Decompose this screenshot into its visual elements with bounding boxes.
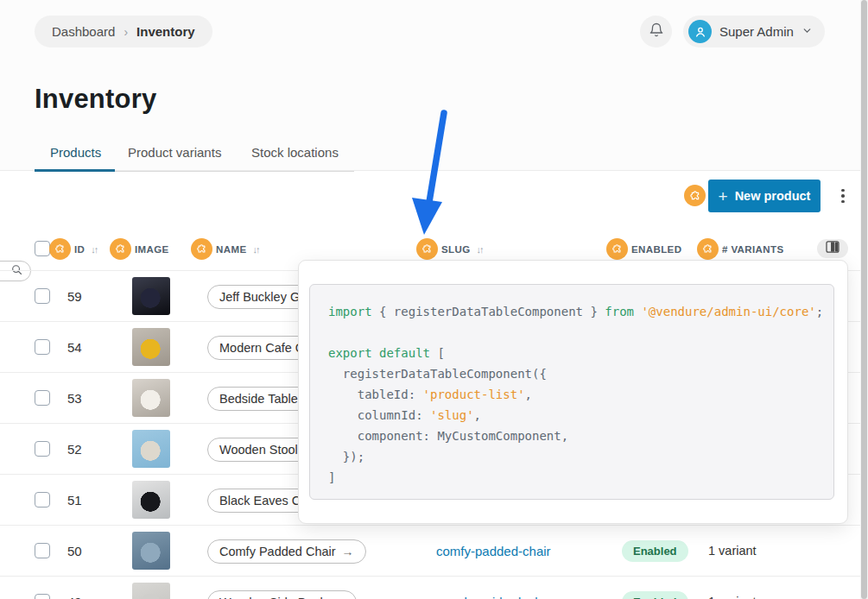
breadcrumb-dashboard[interactable]: Dashboard (52, 24, 115, 39)
column-label: SLUG (441, 244, 471, 255)
row-id: 53 (67, 391, 82, 406)
bell-icon (649, 22, 664, 41)
product-image (132, 379, 170, 417)
product-image (132, 430, 170, 468)
product-image (132, 583, 170, 599)
user-name: Super Admin (719, 24, 794, 39)
table-row[interactable]: 49 Wooden Side Desk→ wooden-side-desk En… (0, 576, 861, 599)
row-checkbox[interactable] (35, 492, 50, 508)
row-id: 50 (67, 544, 82, 558)
status-badge: Enabled (622, 591, 688, 599)
row-checkbox[interactable] (35, 543, 50, 558)
row-id: 52 (67, 442, 82, 457)
notifications-button[interactable] (640, 16, 672, 47)
column-header-image[interactable]: IMAGE (110, 238, 169, 260)
page-title: Inventory (35, 84, 156, 115)
column-header-id[interactable]: ID ↓↑ (49, 238, 97, 260)
breadcrumb-separator-icon: › (124, 25, 128, 39)
row-id: 59 (67, 289, 82, 304)
tab-stock-locations[interactable]: Stock locations (251, 145, 339, 160)
column-label: IMAGE (135, 244, 169, 255)
tab-product-variants[interactable]: Product variants (128, 145, 221, 160)
columns-icon (826, 241, 839, 256)
row-id: 49 (67, 595, 82, 599)
product-image (132, 481, 170, 519)
breadcrumb-inventory[interactable]: Inventory (136, 24, 195, 39)
product-name-chip[interactable]: Wooden Side Desk→ (207, 590, 357, 599)
chevron-down-icon (801, 24, 813, 40)
product-slug-link[interactable]: comfy-padded-chair (436, 544, 551, 558)
breadcrumb: Dashboard › Inventory (35, 16, 212, 47)
sort-icon[interactable]: ↓↑ (252, 244, 258, 255)
row-checkbox[interactable] (35, 390, 50, 406)
product-image (132, 532, 170, 570)
sort-icon[interactable]: ↓↑ (91, 244, 97, 255)
column-header-variants[interactable]: # VARIANTS (697, 238, 784, 260)
product-image (132, 277, 170, 315)
column-header-name[interactable]: NAME ↓↑ (191, 238, 258, 260)
arrow-right-icon: → (342, 545, 354, 558)
select-all-checkbox[interactable] (35, 241, 50, 256)
ui-extension-badge-icon[interactable] (684, 185, 706, 206)
product-image (132, 328, 170, 366)
sort-icon[interactable]: ↓↑ (477, 244, 483, 255)
row-id: 54 (67, 340, 82, 355)
scrollbar-thumb[interactable] (861, 0, 867, 599)
product-slug-link[interactable]: wooden-side-desk (436, 595, 542, 599)
vendure-admin-app: Dashboard › Inventory Super Admin Invent… (0, 0, 868, 599)
product-name-chip[interactable]: Comfy Padded Chair→ (207, 539, 366, 564)
ui-extension-badge-icon[interactable] (416, 238, 438, 260)
new-product-button[interactable]: + New product (708, 180, 820, 212)
code-snippet-popup: import { registerDataTableComponent } fr… (298, 260, 848, 524)
user-menu[interactable]: Super Admin (683, 16, 825, 47)
row-id: 51 (67, 493, 82, 508)
ui-extension-badge-icon[interactable] (697, 238, 719, 260)
ui-extension-badge-icon[interactable] (606, 238, 628, 260)
variant-count: 1 variant (708, 544, 757, 558)
ui-extension-badge-icon[interactable] (49, 238, 71, 260)
new-product-label: New product (735, 189, 811, 203)
status-badge: Enabled (622, 540, 688, 562)
active-tab-underline (35, 169, 115, 172)
column-label: ENABLED (631, 244, 681, 255)
row-checkbox[interactable] (35, 288, 50, 304)
plus-icon: + (719, 188, 728, 205)
more-actions-button[interactable] (834, 183, 852, 209)
row-checkbox[interactable] (35, 339, 50, 355)
avatar (688, 20, 712, 43)
arrow-right-icon: → (333, 596, 345, 599)
row-checkbox[interactable] (35, 594, 50, 599)
column-label: NAME (216, 244, 246, 255)
column-label: ID (74, 244, 85, 255)
table-row[interactable]: 50 Comfy Padded Chair→ comfy-padded-chai… (0, 525, 861, 576)
code-block: import { registerDataTableComponent } fr… (309, 284, 834, 500)
variant-count: 1 variant (708, 595, 757, 599)
ui-extension-badge-icon[interactable] (191, 238, 212, 260)
column-label: # VARIANTS (722, 244, 784, 255)
column-picker-button[interactable] (817, 239, 848, 258)
scrollbar[interactable] (860, 0, 868, 599)
ui-extension-badge-icon[interactable] (110, 238, 131, 260)
column-header-slug[interactable]: SLUG ↓↑ (416, 238, 483, 260)
tab-products[interactable]: Products (50, 145, 101, 160)
column-header-enabled[interactable]: ENABLED (606, 238, 681, 260)
row-checkbox[interactable] (35, 441, 50, 457)
